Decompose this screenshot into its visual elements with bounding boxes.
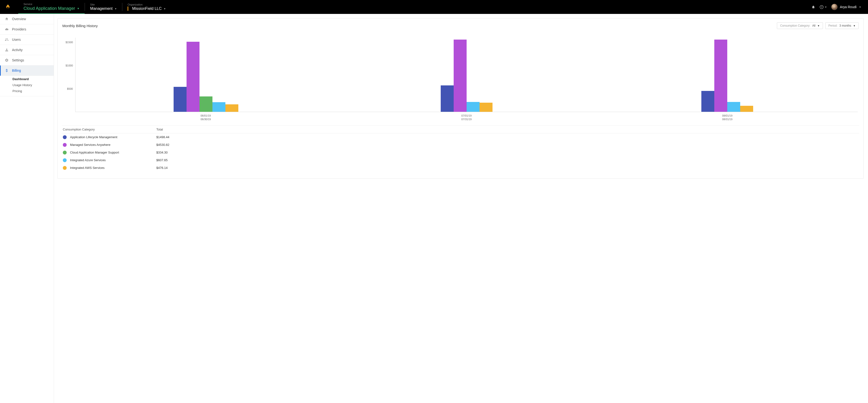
help-button[interactable]: ?▼ <box>819 5 827 9</box>
chart-bar-group <box>336 38 597 112</box>
chart-bar[interactable] <box>174 87 187 112</box>
avatar <box>831 4 838 10</box>
select-value: 3 months <box>839 24 851 27</box>
legend-dot <box>63 135 67 139</box>
topbar-right: ?▼ Arya Roudi ▼ <box>811 0 863 14</box>
cloud-icon <box>5 27 9 31</box>
y-tick: $1500 <box>65 41 73 44</box>
site-value: Management <box>90 6 113 11</box>
site-selector[interactable]: Site Management▼ <box>85 0 122 14</box>
cell-total: $607.65 <box>156 158 858 162</box>
category-label: Managed Services Anywhere <box>70 143 110 147</box>
sidebar-item-label: Overview <box>12 17 26 21</box>
chart-bar[interactable] <box>740 106 753 112</box>
app-logo[interactable] <box>5 0 18 14</box>
org-value: MissionField LLC <box>132 6 162 11</box>
notifications-button[interactable] <box>811 5 815 9</box>
submenu-dashboard[interactable]: Dashboard <box>12 77 54 81</box>
chart-bar[interactable] <box>199 96 212 112</box>
cell-total: $4530.82 <box>156 143 858 147</box>
chart-container: $1500$1000$500 06/01/1906/30/1907/01/190… <box>58 30 863 123</box>
card-header: Monthly Billing History Consumption Cate… <box>58 19 863 30</box>
consumption-category-select[interactable]: Consumption Category: All ▼ <box>777 22 823 29</box>
chart-bar[interactable] <box>454 39 467 112</box>
table-row: Managed Services Anywhere$4530.82 <box>62 141 859 149</box>
select-value: All <box>812 24 815 27</box>
caret-down-icon: ▼ <box>77 7 80 10</box>
question-circle-icon: ? <box>819 5 824 9</box>
chart-bar[interactable] <box>187 42 199 112</box>
x-axis-label: 08/01/1908/31/19 <box>597 112 858 121</box>
table-row: Integrated Azure Services$607.65 <box>62 156 859 164</box>
chart-bar[interactable] <box>479 103 493 112</box>
sidebar-item-settings[interactable]: Settings <box>0 55 54 65</box>
sidebar-item-label: Activity <box>12 48 23 52</box>
chart-plot-area <box>75 38 858 112</box>
submenu-usage-history[interactable]: Usage History <box>12 83 54 87</box>
caret-down-icon: ▼ <box>163 7 166 10</box>
sidebar-item-label: Users <box>12 38 21 41</box>
submenu-pricing[interactable]: Pricing <box>12 89 54 93</box>
service-label: Service <box>24 3 80 5</box>
filter-controls: Consumption Category: All ▼ Period: 3 mo… <box>777 22 859 29</box>
sidebar-item-providers[interactable]: Providers <box>0 24 54 34</box>
chart-bar-group <box>597 38 858 112</box>
org-accent <box>128 6 128 11</box>
consumption-table: Consumption Category Total Application L… <box>58 123 863 178</box>
x-axis-label: 06/01/1906/30/19 <box>75 112 336 121</box>
header-total: Total <box>156 127 858 131</box>
dollar-icon <box>5 68 9 73</box>
org-label: Organization <box>128 3 166 6</box>
site-label: Site <box>90 3 117 6</box>
legend-dot <box>63 166 67 170</box>
legend-dot <box>63 151 67 154</box>
cell-category: Application Lifecycle Management <box>63 135 156 139</box>
chart-bar[interactable] <box>467 102 479 112</box>
chart-bar[interactable] <box>212 102 225 112</box>
table-row: Integrated AWS Services$476.14 <box>62 164 859 172</box>
caret-down-icon: ▼ <box>853 25 856 27</box>
chart-bar[interactable] <box>714 39 727 112</box>
y-tick: $1000 <box>65 64 73 67</box>
sidebar-item-users[interactable]: Users <box>0 34 54 45</box>
select-label: Consumption Category: <box>780 24 810 27</box>
service-selector[interactable]: Service Cloud Application Manager▼ <box>18 0 85 14</box>
flame-icon <box>5 4 11 10</box>
x-axis-label: 07/01/1907/31/19 <box>336 112 597 121</box>
chart-bar-group <box>75 38 336 112</box>
cell-total: $1498.44 <box>156 135 858 139</box>
cell-category: Integrated Azure Services <box>63 158 156 162</box>
main-content: Monthly Billing History Consumption Cate… <box>54 14 868 403</box>
cell-category: Managed Services Anywhere <box>63 143 156 147</box>
x-axis: 06/01/1906/30/1907/01/1907/31/1908/01/19… <box>75 112 858 121</box>
table-row: Cloud Application Manager Support$334.30 <box>62 149 859 156</box>
cell-category: Cloud Application Manager Support <box>63 151 156 154</box>
sidebar-item-activity[interactable]: Activity <box>0 45 54 55</box>
sidebar-item-overview[interactable]: Overview <box>0 14 54 24</box>
select-label: Period: <box>829 24 838 27</box>
chart-bar[interactable] <box>225 104 238 112</box>
chart-bar[interactable] <box>701 91 714 112</box>
sidebar-item-label: Billing <box>12 68 21 73</box>
caret-down-icon: ▼ <box>825 6 827 8</box>
chart-bar[interactable] <box>727 102 740 112</box>
cell-total: $476.14 <box>156 166 858 170</box>
category-label: Cloud Application Manager Support <box>70 151 119 154</box>
user-menu[interactable]: Arya Roudi ▼ <box>831 4 861 10</box>
caret-down-icon: ▼ <box>817 25 820 27</box>
billing-submenu: Dashboard Usage History Pricing <box>0 76 54 96</box>
caret-down-icon: ▼ <box>114 7 117 10</box>
topbar: Service Cloud Application Manager▼ Site … <box>0 0 868 14</box>
period-select[interactable]: Period: 3 months ▼ <box>825 22 859 29</box>
y-axis: $1500$1000$500 <box>63 38 75 112</box>
sidebar: Overview Providers Users Activity Settin… <box>0 14 54 403</box>
svg-text:?: ? <box>821 6 823 8</box>
bell-icon <box>811 5 815 9</box>
category-label: Integrated AWS Services <box>70 166 104 170</box>
organization-selector[interactable]: Organization MissionField LLC▼ <box>122 0 171 14</box>
user-name: Arya Roudi <box>840 5 857 9</box>
sidebar-item-billing[interactable]: Billing <box>0 65 54 76</box>
table-row: Application Lifecycle Management$1498.44 <box>62 133 859 141</box>
billing-history-card: Monthly Billing History Consumption Cate… <box>57 18 864 179</box>
chart-bar[interactable] <box>441 85 454 112</box>
